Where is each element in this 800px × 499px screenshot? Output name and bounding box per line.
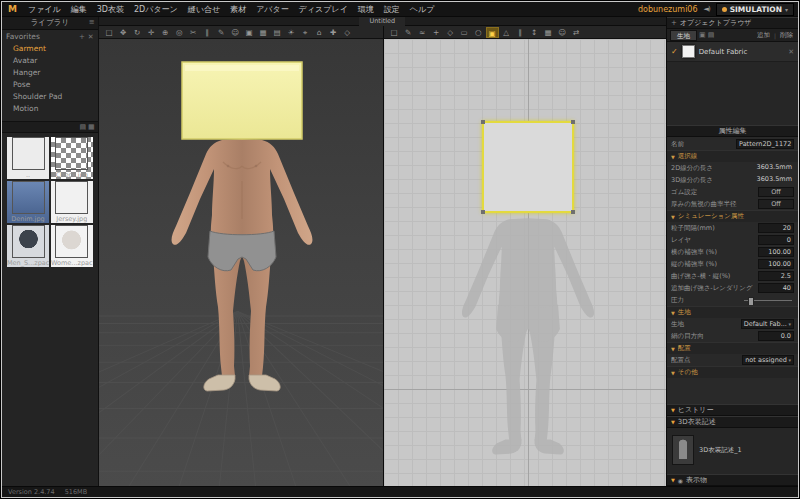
move-tool-icon[interactable]: ✥ bbox=[117, 27, 130, 38]
segment-sewing-icon[interactable]: ∥ bbox=[201, 27, 214, 38]
avatar-3d[interactable] bbox=[162, 61, 322, 401]
sync-view-icon[interactable]: ⇄ bbox=[570, 27, 583, 38]
property-value[interactable]: Default Fab... bbox=[741, 319, 794, 329]
section-triangle-icon[interactable]: ▼ bbox=[671, 346, 675, 352]
edit-curvature-icon[interactable]: ≈ bbox=[416, 27, 429, 38]
garment-record-item[interactable]: 3D衣装記述_1 bbox=[667, 428, 798, 472]
plus-icon[interactable]: + bbox=[671, 19, 677, 27]
library-menu-icon[interactable]: ≡ bbox=[89, 18, 95, 26]
section-triangle-icon[interactable]: ▼ bbox=[671, 154, 675, 160]
menu-item[interactable]: 環境 bbox=[353, 3, 379, 16]
menu-item[interactable]: 編集 bbox=[66, 3, 92, 16]
menu-item[interactable]: 素材 bbox=[225, 3, 251, 16]
polygon-tool-icon[interactable]: ◇ bbox=[444, 27, 457, 38]
library-thumbnail[interactable]: Check.jpg bbox=[51, 137, 93, 179]
edit-pattern-icon[interactable]: ✎ bbox=[402, 27, 415, 38]
reset-view-icon[interactable]: ⌂ bbox=[313, 27, 326, 38]
show-garment-icon[interactable]: ▣ bbox=[243, 27, 256, 38]
display-objects-header[interactable]: ▼ ◉ 表示物 bbox=[667, 474, 798, 486]
pattern-corner-point[interactable] bbox=[481, 210, 485, 214]
menu-item[interactable]: ディスプレイ bbox=[294, 3, 353, 16]
canvas-2d[interactable] bbox=[384, 39, 666, 486]
garment-box[interactable] bbox=[182, 62, 302, 139]
rectangle-tool-icon[interactable]: ▭ bbox=[458, 27, 471, 38]
library-item[interactable]: Shoulder Pad bbox=[2, 91, 98, 103]
transform-pattern-icon[interactable]: □ bbox=[388, 27, 401, 38]
grain-line-icon[interactable]: ↕ bbox=[528, 27, 541, 38]
menu-item[interactable]: ファイル bbox=[23, 3, 66, 16]
texture-view-icon[interactable]: ▦ bbox=[257, 27, 270, 38]
light-icon[interactable]: ☀ bbox=[285, 27, 298, 38]
property-value[interactable]: 40 bbox=[758, 283, 794, 293]
property-value[interactable]: 0.0 bbox=[758, 331, 794, 341]
tab-textures-icon[interactable]: ▤ bbox=[708, 31, 715, 39]
select-tool-icon[interactable]: □ bbox=[103, 27, 116, 38]
add-point-icon[interactable]: + bbox=[430, 27, 443, 38]
pan-view-icon[interactable]: ✛ bbox=[145, 27, 158, 38]
library-item[interactable]: Hanger bbox=[2, 67, 98, 79]
property-value[interactable]: 0 bbox=[758, 235, 794, 245]
library-thumbnail[interactable]: Jersey.jpg bbox=[51, 181, 93, 223]
fabric-item[interactable]: ✓ Default Fabric ✕ bbox=[667, 42, 798, 62]
garment-record-header[interactable]: ▼ 3D衣装記述 bbox=[667, 416, 798, 428]
property-value[interactable]: Off bbox=[758, 187, 794, 197]
camera-icon[interactable]: ⌖ bbox=[299, 27, 312, 38]
canvas-3d[interactable] bbox=[99, 39, 383, 486]
mesh-view-icon[interactable]: ▤ bbox=[271, 27, 284, 38]
add-button[interactable]: 追加 bbox=[755, 31, 772, 40]
pin-tool-icon[interactable]: ◎ bbox=[173, 27, 186, 38]
library-thumbnail[interactable]: .. bbox=[7, 137, 49, 179]
dart-tool-icon[interactable]: △ bbox=[500, 27, 513, 38]
pattern-corner-point[interactable] bbox=[481, 120, 485, 124]
texture-2d-icon[interactable]: ▦ bbox=[542, 27, 555, 38]
menu-item[interactable]: ヘルプ bbox=[405, 3, 440, 16]
pattern-corner-point[interactable] bbox=[571, 120, 575, 124]
property-value[interactable]: 100.00 bbox=[758, 259, 794, 269]
show-avatar-icon[interactable]: ☺ bbox=[229, 27, 242, 38]
delete-fabric-icon[interactable]: ✕ bbox=[788, 48, 794, 56]
viewport-tab[interactable]: Untitled bbox=[359, 17, 405, 26]
menu-item[interactable]: アバター bbox=[251, 3, 294, 16]
add-favorite-icon[interactable]: + bbox=[79, 33, 85, 41]
menu-item[interactable]: 縫い合せ bbox=[183, 3, 225, 16]
section-triangle-icon[interactable]: ▼ bbox=[671, 214, 675, 220]
remove-favorite-icon[interactable]: ✕ bbox=[88, 33, 94, 41]
tab-buttons-icon[interactable]: ▣ bbox=[699, 31, 706, 39]
delete-button[interactable]: 削除 bbox=[778, 31, 795, 40]
zoom-tool-icon[interactable]: ⊕ bbox=[159, 27, 172, 38]
library-item[interactable]: Pose bbox=[2, 79, 98, 91]
simulation-button[interactable]: SIMULATION ▾ bbox=[716, 3, 794, 16]
grid-view-icon[interactable]: ▦ bbox=[88, 123, 95, 131]
section-triangle-icon[interactable]: ▼ bbox=[671, 370, 675, 376]
menu-item[interactable]: 3D衣装 bbox=[92, 3, 129, 16]
library-thumbnail[interactable]: Men_S...zpac bbox=[7, 225, 49, 267]
library-item[interactable]: Avatar bbox=[2, 55, 98, 67]
property-value[interactable]: Off bbox=[758, 199, 794, 209]
library-item[interactable]: Garment bbox=[2, 43, 98, 55]
list-view-icon[interactable]: ▤ bbox=[79, 123, 86, 131]
property-value[interactable]: 3603.5mm bbox=[755, 175, 794, 185]
gizmo-icon[interactable]: ✚ bbox=[327, 27, 340, 38]
checkmark-icon[interactable]: ✓ bbox=[671, 47, 678, 56]
section-triangle-icon[interactable]: ▼ bbox=[671, 310, 675, 316]
seam-tool-icon[interactable]: ∥ bbox=[514, 27, 527, 38]
property-value[interactable]: Pattern2D_1172 bbox=[736, 139, 794, 149]
library-thumbnail[interactable]: Wome...zpac bbox=[51, 225, 93, 267]
circle-tool-icon[interactable]: ○ bbox=[472, 27, 485, 38]
property-value[interactable]: 20 bbox=[758, 223, 794, 233]
show-silhouette-icon[interactable]: ☺ bbox=[556, 27, 569, 38]
property-value[interactable]: not assigned bbox=[742, 355, 794, 365]
property-value[interactable]: 3603.5mm bbox=[755, 163, 794, 173]
tab-fabric[interactable]: 生地 bbox=[670, 30, 697, 41]
property-value[interactable]: 100.00 bbox=[758, 247, 794, 257]
snap-icon[interactable]: ◇ bbox=[341, 27, 354, 38]
pen-tool-icon[interactable]: ✎ bbox=[215, 27, 228, 38]
volume-icon[interactable]: ◄) bbox=[704, 5, 710, 13]
property-value[interactable]: 2.5 bbox=[758, 271, 794, 281]
pattern-corner-point[interactable] bbox=[571, 210, 575, 214]
internal-rectangle-icon[interactable]: ▣ bbox=[486, 27, 499, 38]
sewing-tool-icon[interactable]: ✂ bbox=[187, 27, 200, 38]
menu-item[interactable]: 設定 bbox=[379, 3, 405, 16]
library-item[interactable]: Motion bbox=[2, 103, 98, 115]
history-header[interactable]: ▼ ヒストリー bbox=[667, 404, 798, 416]
